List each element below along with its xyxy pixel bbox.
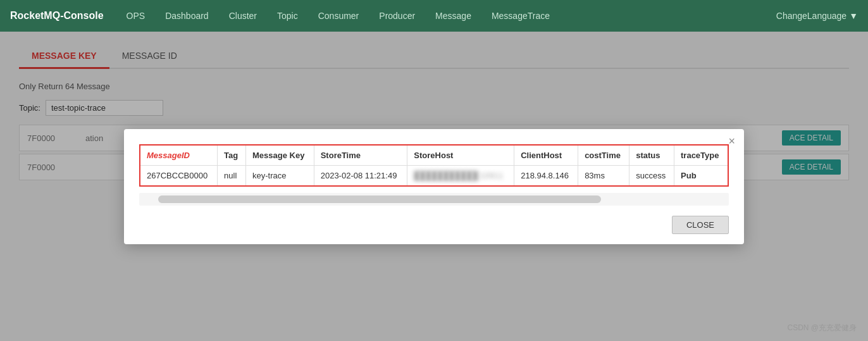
nav-cluster[interactable]: Cluster (219, 0, 267, 32)
nav-messagetrace[interactable]: MessageTrace (481, 0, 560, 32)
cell-messageid: 267CBCCB0000 (140, 165, 218, 186)
col-header-clienthost: ClientHost (514, 145, 578, 166)
nav-producer[interactable]: Producer (369, 0, 425, 32)
cell-messagekey: key-trace (245, 165, 314, 186)
modal-table-row: 267CBCCB0000 null key-trace 2023-02-08 1… (140, 165, 728, 186)
col-header-storehost: StoreHost (407, 145, 514, 166)
col-header-costtime: costTime (578, 145, 629, 166)
modal-close-button[interactable]: × (728, 135, 735, 147)
nav-ops[interactable]: OPS (116, 0, 156, 32)
navbar: RocketMQ-Console OPS Dashboard Cluster T… (0, 0, 868, 32)
scrollbar-thumb (158, 195, 601, 203)
modal-body: MessageID Tag Message Key StoreTime Stor… (124, 129, 744, 209)
col-header-storetime: StoreTime (314, 145, 407, 166)
col-header-messagekey: Message Key (245, 145, 314, 166)
cell-clienthost: 218.94.8.146 (514, 165, 578, 186)
modal: × MessageID Tag Message Key StoreTime St… (124, 129, 744, 244)
col-header-status: status (629, 145, 674, 166)
cell-costtime: 83ms (578, 165, 629, 186)
cell-tracetype: Pub (674, 165, 728, 186)
close-button[interactable]: CLOSE (672, 216, 729, 234)
page-content: MESSAGE KEY MESSAGE ID Only Return 64 Me… (0, 32, 868, 341)
cell-status: success (629, 165, 674, 186)
modal-footer: CLOSE (124, 209, 744, 244)
nav-topic[interactable]: Topic (267, 0, 308, 32)
modal-overlay: × MessageID Tag Message Key StoreTime St… (0, 32, 868, 341)
cell-storetime: 2023-02-08 11:21:49 (314, 165, 407, 186)
col-header-tracetype: traceType (674, 145, 728, 166)
change-language-button[interactable]: ChangeLanguage ▼ (776, 11, 858, 21)
modal-scrollbar[interactable] (139, 193, 729, 206)
nav-dashboard[interactable]: Dashboard (155, 0, 219, 32)
col-header-tag: Tag (218, 145, 246, 166)
modal-table: MessageID Tag Message Key StoreTime Stor… (139, 144, 729, 187)
nav-consumer[interactable]: Consumer (308, 0, 369, 32)
col-header-messageid: MessageID (140, 145, 218, 166)
cell-tag: null (218, 165, 246, 186)
nav-message[interactable]: Message (425, 0, 481, 32)
watermark: CSDN @充充爱健身 (787, 323, 857, 333)
cell-storehost: ███████████:10911 (407, 165, 514, 186)
navbar-brand: RocketMQ-Console (10, 10, 104, 22)
